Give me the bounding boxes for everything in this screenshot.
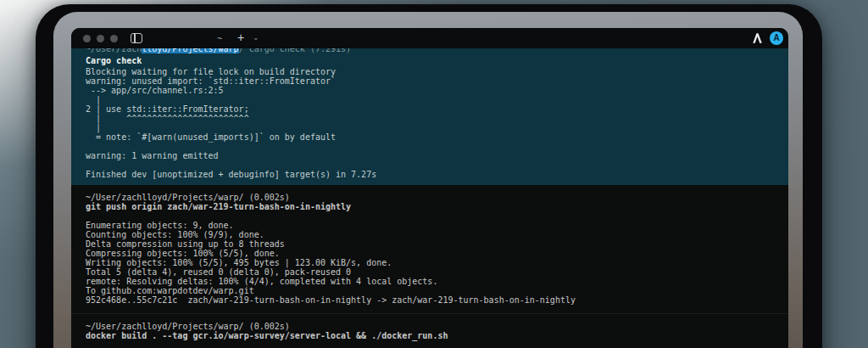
selected-text: lloyd/Projects/warp [142,48,238,53]
command-line: git push origin zach/war-219-turn-bash-o… [86,202,788,211]
terminal-window: ~ + ⌄ A ~/User/zachlloyd/Projects/warp/ … [71,28,788,348]
account-avatar[interactable]: A [770,31,783,45]
terminal-line: Counting objects: 100% (9/9), done. [86,230,788,239]
prompt-line: ~/User/zachlloyd/Projects/warp/ (0.002s) [86,193,788,202]
terminal-line: Delta compression using up to 8 threads [86,239,788,249]
terminal-line: = note: `#[warn(unused_imports)]` on by … [86,132,788,142]
scrolled-prompt-line: ~/User/zachlloyd/Projects/warp/ cargo ch… [86,48,788,54]
terminal-line: warning: unused import: `std::iter::From… [86,76,788,86]
terminal-line: Enumerating objects: 9, done. [86,221,788,230]
window-controls [83,35,118,42]
terminal-content: ~/User/zachlloyd/Projects/warp/ cargo ch… [71,48,788,348]
terminal-line [86,142,788,151]
terminal-line: Blocking waiting for file lock on build … [86,67,788,76]
minimize-button[interactable] [97,35,104,42]
terminal-line: | ^^^^^^^^^^^^^^^^^^^^^^^^ [86,114,788,123]
block-git-push[interactable]: ~/User/zachlloyd/Projects/warp/ (0.002s)… [71,185,788,313]
command-output: Enumerating objects: 9, done.Counting ob… [86,221,788,305]
block-cargo-check[interactable]: ~/User/zachlloyd/Projects/warp/ cargo ch… [71,48,788,185]
prompt-text: / cargo check (7.291s) [239,48,351,53]
terminal-line: 952c468e..55c7c21c zach/war-219-turn-bas… [86,295,788,305]
prompt-text: ~/User/zach [86,48,142,53]
terminal-line: --> app/src/channel.rs:2:5 [86,86,788,95]
titlebar: ~ + ⌄ A [71,28,788,48]
command-line: Cargo check [86,56,788,65]
tab-home[interactable]: ~ [181,28,258,48]
terminal-line: | [86,123,788,132]
hero-background: ~ + ⌄ A ~/User/zachlloyd/Projects/warp/ … [0,0,868,348]
terminal-line: To github.com:warpdotdev/warp.git [86,286,788,295]
prompt-line: ~/User/zachlloyd/Projects/warp/ (0.002s) [86,322,788,331]
warp-logo-icon [752,32,763,48]
laptop-frame: ~ + ⌄ A ~/User/zachlloyd/Projects/warp/ … [36,4,822,348]
new-tab-button[interactable]: + [237,28,244,48]
terminal-line: 2 | use std::iter::FromIterator; [86,104,788,114]
command-line: docker build . --tag gcr.io/warp-survey/… [86,331,788,340]
terminal-line: warning: 1 warning emitted [86,151,788,160]
terminal-line: Compressing objects: 100% (5/5), done. [86,249,788,258]
terminal-line: | [86,95,788,104]
screen-bezel: ~ + ⌄ A ~/User/zachlloyd/Projects/warp/ … [53,12,803,348]
new-tab-chevron-icon[interactable]: ⌄ [253,28,259,48]
terminal-line: Finished dev [unoptimized + debuginfo] t… [86,170,788,179]
zoom-button[interactable] [110,35,118,42]
block-docker-build[interactable]: ~/User/zachlloyd/Projects/warp/ (0.002s)… [71,313,788,348]
sidebar-toggle-icon[interactable] [131,33,142,43]
terminal-line: Writing objects: 100% (5/5), 495 bytes |… [86,258,788,267]
terminal-line: Total 5 (delta 4), reused 0 (delta 0), p… [86,267,788,277]
close-button[interactable] [83,35,91,42]
terminal-line: remote: Resolving deltas: 100% (4/4), co… [86,277,788,286]
terminal-line [86,160,788,170]
command-output: Blocking waiting for file lock on build … [86,67,788,179]
